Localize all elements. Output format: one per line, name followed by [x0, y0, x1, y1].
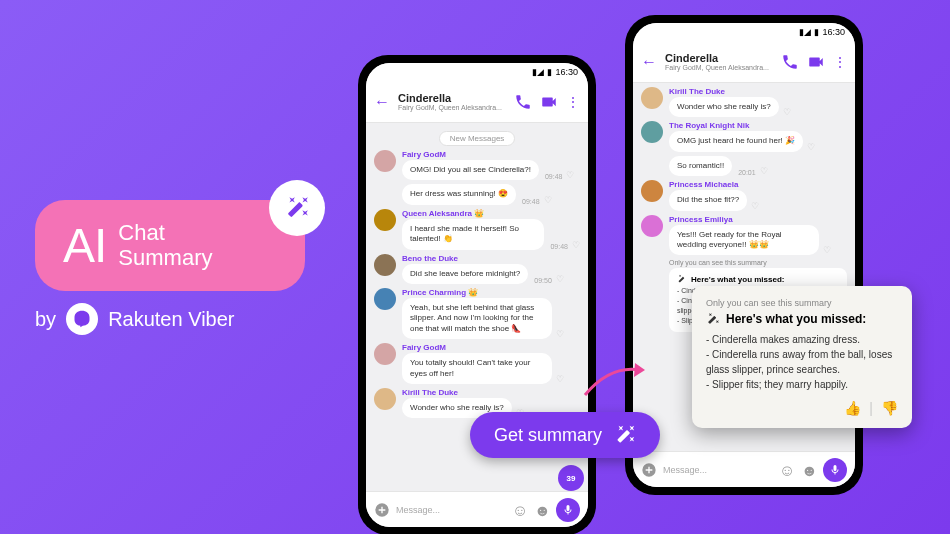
sender-name: Kirill The Duke [402, 388, 580, 397]
phone-mockup-left: ▮◢ ▮ 16:30 ← Cinderella Fairy GodM, Quee… [358, 55, 596, 534]
mic-button[interactable] [556, 498, 580, 522]
message-bubble[interactable]: Yes!!! Get ready for the Royal wedding e… [669, 225, 819, 256]
scroll-to-bottom-badge[interactable]: 39 [558, 465, 584, 491]
status-time: 16:30 [555, 67, 578, 77]
message-row: Princess EmiliyaYes!!! Get ready for the… [641, 215, 847, 256]
video-call-icon[interactable] [807, 53, 825, 71]
message-row: Prince Charming 👑Yeah, but she left behi… [374, 288, 580, 339]
message-input[interactable]: Message... [396, 505, 506, 515]
emoji-icon[interactable]: ☺ [512, 502, 528, 518]
video-call-icon[interactable] [540, 93, 558, 111]
avatar [374, 388, 396, 410]
heart-icon[interactable]: ♡ [807, 142, 815, 152]
heart-icon[interactable]: ♡ [556, 374, 564, 384]
sender-name: Fairy GodM [402, 150, 580, 159]
message-row: So romantic!!20:01♡ [641, 156, 847, 176]
message-time: 09:50 [534, 277, 552, 284]
popup-feedback: 👍 | 👎 [706, 400, 898, 416]
heart-icon[interactable]: ♡ [751, 201, 759, 211]
magic-wand-icon [706, 312, 720, 326]
avatar [641, 180, 663, 202]
message-row: Fairy GodMYou totally should! Can't take… [374, 343, 580, 384]
phone-call-icon[interactable] [781, 53, 799, 71]
sender-name: Prince Charming 👑 [402, 288, 580, 297]
signal-icon: ▮◢ [799, 27, 811, 37]
magic-wand-icon [677, 274, 687, 284]
sender-name: Queen Aleksandra 👑 [402, 209, 580, 218]
message-bubble[interactable]: So romantic!! [669, 156, 732, 176]
heart-icon[interactable]: ♡ [556, 274, 564, 284]
sender-name: Princess Michaela [669, 180, 847, 189]
menu-dots-icon[interactable]: ⋮ [566, 94, 580, 110]
message-row: Beno the DukeDid she leave before midnig… [374, 254, 580, 284]
sender-name: Kirill The Duke [669, 87, 847, 96]
avatar [374, 343, 396, 365]
message-bubble[interactable]: Did she leave before midnight? [402, 264, 528, 284]
arrow-icon [580, 350, 660, 410]
ai-label: AI [63, 218, 106, 273]
promo-section: AI Chat Summary by Rakuten Viber [35, 200, 305, 335]
message-time: 20:01 [738, 169, 756, 176]
summary-title: Here's what you missed: [677, 274, 839, 284]
sticker-icon[interactable]: ☻ [534, 502, 550, 518]
thumbs-up-icon[interactable]: 👍 [844, 400, 861, 416]
heart-icon[interactable]: ♡ [783, 107, 791, 117]
message-bubble[interactable]: You totally should! Can't take your eyes… [402, 353, 552, 384]
plus-icon[interactable] [374, 502, 390, 518]
phone-call-icon[interactable] [514, 93, 532, 111]
chat-title[interactable]: Cinderella Fairy GodM, Queen Aleksandra.… [665, 52, 773, 71]
viber-logo-icon [66, 303, 98, 335]
message-bubble[interactable]: Her dress was stunning! 😍 [402, 184, 516, 204]
sender-name: The Royal Knight Nik [669, 121, 847, 130]
emoji-icon[interactable]: ☺ [779, 462, 795, 478]
heart-icon[interactable]: ♡ [544, 195, 552, 205]
message-row: Her dress was stunning! 😍09:48♡ [374, 184, 580, 204]
heart-icon[interactable]: ♡ [823, 245, 831, 255]
avatar [641, 87, 663, 109]
battery-icon: ▮ [814, 27, 819, 37]
avatar [641, 215, 663, 237]
message-input[interactable]: Message... [663, 465, 773, 475]
heart-icon[interactable]: ♡ [572, 240, 580, 250]
popup-visibility-label: Only you can see this summary [706, 298, 898, 308]
message-input-bar: Message... ☺ ☻ [633, 451, 855, 487]
sticker-icon[interactable]: ☻ [801, 462, 817, 478]
ai-chat-summary-badge: AI Chat Summary [35, 200, 305, 291]
get-summary-button[interactable]: Get summary [470, 412, 660, 458]
message-bubble[interactable]: OMG! Did you all see Cinderella?! [402, 160, 539, 180]
thumbs-down-icon[interactable]: 👎 [881, 400, 898, 416]
message-row: The Royal Knight NikOMG just heard he fo… [641, 121, 847, 151]
message-bubble[interactable]: Did the shoe fit?? [669, 190, 747, 210]
heart-icon[interactable]: ♡ [760, 166, 768, 176]
message-time: 09:48 [550, 243, 568, 250]
message-bubble[interactable]: OMG just heard he found her! 🎉 [669, 131, 803, 151]
by-line: by Rakuten Viber [35, 303, 305, 335]
message-bubble[interactable]: Wonder who she really is? [669, 97, 779, 117]
heart-icon[interactable]: ♡ [556, 329, 564, 339]
mic-button[interactable] [823, 458, 847, 482]
heart-icon[interactable]: ♡ [566, 170, 574, 180]
chat-title[interactable]: Cinderella Fairy GodM, Queen Aleksandra.… [398, 92, 506, 111]
status-time: 16:30 [822, 27, 845, 37]
back-icon[interactable]: ← [641, 53, 657, 71]
plus-icon[interactable] [641, 462, 657, 478]
sender-name: Beno the Duke [402, 254, 580, 263]
back-icon[interactable]: ← [374, 93, 390, 111]
message-bubble[interactable]: Yeah, but she left behind that glass sli… [402, 298, 552, 339]
message-row: Kirill The DukeWonder who she really is?… [641, 87, 847, 117]
new-messages-pill: New Messages [439, 131, 516, 146]
chat-header: ← Cinderella Fairy GodM, Queen Aleksandr… [366, 81, 588, 123]
signal-icon: ▮◢ [532, 67, 544, 77]
avatar [374, 150, 396, 172]
popup-title: Here's what you missed: [706, 312, 898, 326]
menu-dots-icon[interactable]: ⋮ [833, 54, 847, 70]
message-row: Queen Aleksandra 👑I heard she made it he… [374, 209, 580, 250]
message-input-bar: Message... ☺ ☻ [366, 491, 588, 527]
chat-header: ← Cinderella Fairy GodM, Queen Aleksandr… [633, 41, 855, 83]
message-bubble[interactable]: I heard she made it herself! So talented… [402, 219, 544, 250]
badge-subtitle: Chat Summary [118, 221, 212, 269]
battery-icon: ▮ [547, 67, 552, 77]
popup-body: - Cinderella makes amazing dress. - Cind… [706, 332, 898, 392]
brand-name: Rakuten Viber [108, 308, 234, 331]
status-bar: ▮◢ ▮ 16:30 [633, 23, 855, 41]
